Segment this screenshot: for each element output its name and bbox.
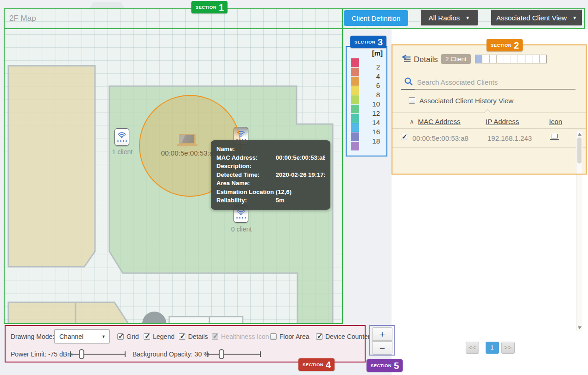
column-header-ip[interactable]: IP Address bbox=[486, 118, 519, 125]
client-detail-tooltip: Name: MAC Address:00:00:5e:00:53:a8 Desc… bbox=[211, 140, 330, 210]
meter-cell bbox=[525, 55, 532, 63]
legend-swatch bbox=[351, 105, 359, 113]
scroll-up-arrow-icon[interactable] bbox=[578, 133, 582, 136]
tooltip-label: Name: bbox=[216, 145, 274, 154]
grid-checkbox[interactable] bbox=[117, 333, 124, 340]
details-checkbox[interactable] bbox=[179, 333, 185, 340]
background-opacity-slider[interactable] bbox=[207, 354, 260, 355]
tooltip-label: MAC Address: bbox=[216, 154, 274, 162]
associated-clients-panel: Details 2 Client Search Associated Clien… bbox=[392, 29, 588, 375]
row-ip-value: 192.168.1.243 bbox=[487, 134, 532, 142]
pagination-page-1-button[interactable]: 1 bbox=[486, 342, 499, 354]
drawing-toolbar: Drawing Mode: Channel ▼ Grid Legend Deta… bbox=[5, 325, 366, 362]
history-view-label: Associated Client History View bbox=[419, 97, 513, 105]
all-radios-label: All Radios bbox=[429, 14, 460, 22]
healthiness-icon-label: Healthiness Icon bbox=[221, 333, 269, 340]
healthiness-icon-checkbox bbox=[212, 333, 218, 340]
table-row-divider bbox=[392, 147, 587, 148]
tooltip-value: (12,6) bbox=[276, 188, 325, 197]
search-underline bbox=[401, 89, 575, 90]
zoom-in-button[interactable]: + bbox=[372, 327, 392, 341]
chevron-down-icon: ▼ bbox=[101, 334, 106, 339]
chevron-down-icon: ▼ bbox=[572, 15, 577, 20]
legend-swatch bbox=[351, 142, 359, 150]
map-title: 2F Map bbox=[9, 14, 36, 23]
associated-client-view-label: Associated Client View bbox=[496, 14, 567, 22]
grid-label: Grid bbox=[126, 333, 139, 340]
laptop-icon bbox=[550, 134, 559, 141]
legend-tick: 12 bbox=[368, 109, 380, 117]
tooltip-label: Area Name: bbox=[216, 179, 274, 188]
tooltip-label: Description: bbox=[216, 162, 274, 171]
app-window: 2F Map 1 client 00:00:5e:00:53:a8 bbox=[0, 0, 588, 375]
tooltip-value: 5m bbox=[276, 196, 325, 205]
background-opacity-label: Background Opacity: 30 % bbox=[133, 350, 209, 358]
floor-map-canvas[interactable]: 2F Map 1 client 00:00:5e:00:53:a8 bbox=[4, 8, 343, 324]
client-count-badge: 2 Client bbox=[441, 54, 471, 64]
meter-cell bbox=[497, 55, 504, 63]
ap-client-count-label: 1 client bbox=[111, 148, 134, 156]
device-counter-label: Device Counter bbox=[325, 333, 370, 340]
distance-legend: [m] 2 4 6 8 10 12 14 16 18 bbox=[346, 46, 387, 156]
associated-client-view-dropdown[interactable]: Associated Client View ▼ bbox=[491, 9, 582, 26]
legend-tick: 14 bbox=[368, 119, 380, 126]
pagination-next-button[interactable]: >> bbox=[501, 342, 515, 354]
section-3-badge: SECTION3 bbox=[350, 36, 386, 48]
legend-swatch bbox=[351, 58, 359, 67]
drawing-mode-select[interactable]: Channel ▼ bbox=[54, 329, 110, 344]
section-5-badge: SECTION5 bbox=[367, 359, 403, 372]
tooltip-label: Reliability: bbox=[216, 196, 274, 205]
section-4-badge: SECTION4 bbox=[298, 358, 335, 371]
meter-cell-filled bbox=[475, 55, 482, 63]
legend-swatch bbox=[351, 77, 359, 86]
background-opacity-slider-thumb[interactable] bbox=[219, 349, 224, 359]
details-label: Details bbox=[188, 333, 208, 340]
legend-checkbox[interactable] bbox=[144, 333, 150, 340]
meter-cell bbox=[540, 55, 546, 63]
dome-shape bbox=[142, 312, 166, 324]
legend-tick: 2 bbox=[368, 63, 380, 71]
meter-cell bbox=[504, 55, 511, 63]
tooltip-label: Detected Time: bbox=[216, 171, 274, 180]
legend-swatch bbox=[351, 114, 359, 123]
sort-asc-icon[interactable]: ∧ bbox=[410, 118, 414, 125]
ap-led-dots bbox=[236, 217, 246, 219]
power-limit-slider[interactable] bbox=[70, 354, 125, 355]
back-arrow-icon[interactable] bbox=[402, 55, 411, 62]
tooltip-value: 2020-02-26 19:17:01 bbox=[276, 171, 325, 180]
all-radios-dropdown[interactable]: All Radios ▼ bbox=[420, 9, 478, 26]
client-definition-label: Client Definition bbox=[352, 14, 400, 22]
scrollbar-thumb[interactable] bbox=[577, 138, 582, 163]
tooltip-value bbox=[276, 162, 325, 171]
power-limit-label: Power Limit: -75 dBm bbox=[11, 350, 73, 358]
ap-client-count-label: 0 client bbox=[230, 225, 253, 233]
client-definition-button[interactable]: Client Definition bbox=[344, 10, 408, 26]
meter-cell bbox=[532, 55, 539, 63]
drawing-mode-value: Channel bbox=[59, 333, 83, 340]
scroll-down-arrow-icon[interactable] bbox=[578, 326, 582, 329]
power-limit-slider-thumb[interactable] bbox=[79, 349, 84, 359]
device-counter-checkbox[interactable] bbox=[316, 333, 322, 340]
legend-tick: 8 bbox=[368, 91, 380, 99]
access-point-icon[interactable] bbox=[114, 128, 129, 146]
legend-tick: 4 bbox=[368, 72, 380, 80]
chevron-down-icon: ▼ bbox=[465, 15, 470, 20]
history-view-checkbox[interactable] bbox=[409, 97, 415, 104]
legend-unit-label: [m] bbox=[372, 49, 383, 57]
ap-led-dots bbox=[117, 140, 127, 142]
legend-tick: 10 bbox=[368, 100, 380, 108]
panel-scrollbar[interactable] bbox=[576, 131, 582, 331]
column-header-icon[interactable]: Icon bbox=[549, 118, 562, 125]
pagination-prev-button[interactable]: << bbox=[466, 342, 479, 354]
legend-swatch bbox=[351, 68, 359, 76]
legend-swatch bbox=[351, 95, 359, 104]
search-input[interactable]: Search Associated Clients bbox=[417, 78, 498, 86]
zoom-out-button[interactable]: − bbox=[372, 341, 392, 355]
row-select-checkbox[interactable] bbox=[401, 134, 407, 140]
floor-area-checkbox[interactable] bbox=[270, 333, 277, 340]
legend-swatch bbox=[351, 86, 359, 95]
row-mac-value: 00:00:5e:00:53:a8 bbox=[412, 134, 468, 142]
legend-swatch bbox=[351, 132, 359, 141]
column-header-mac[interactable]: MAC Address bbox=[418, 118, 461, 125]
meter-cell bbox=[518, 55, 525, 63]
